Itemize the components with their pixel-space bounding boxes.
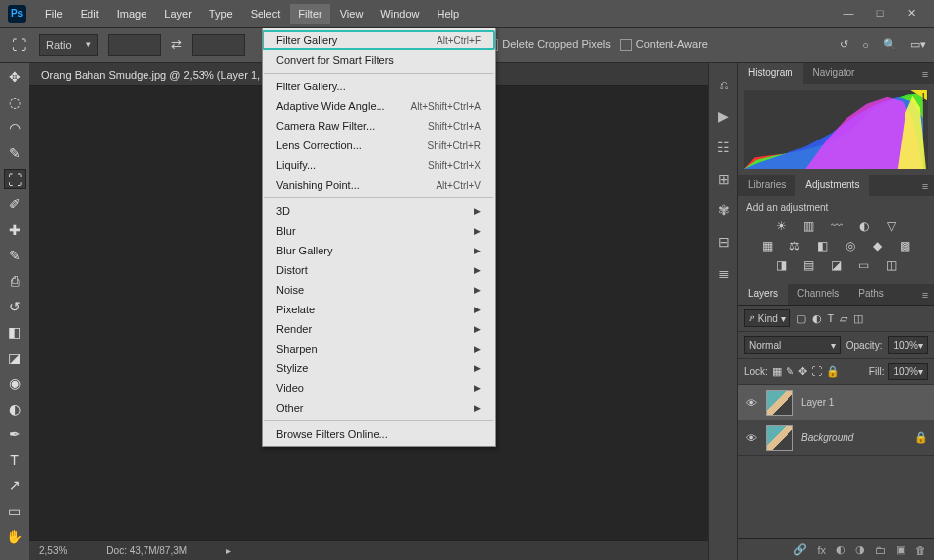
lock-trans-icon[interactable]: ▦ — [772, 365, 782, 378]
quickselect-tool-icon[interactable]: ✎ — [4, 143, 26, 163]
tab-channels[interactable]: Channels — [788, 284, 848, 305]
blend-mode-dropdown[interactable]: Normal▾ — [744, 336, 841, 354]
visibility-toggle-icon[interactable]: 👁 — [744, 397, 758, 409]
filter-smart-icon[interactable]: ◫ — [853, 312, 863, 325]
menu-item-submenu[interactable]: Other▶ — [263, 398, 495, 418]
menu-item[interactable]: Vanishing Point...Alt+Ctrl+V — [263, 175, 495, 195]
type-tool-icon[interactable]: T — [4, 450, 26, 470]
tab-navigator[interactable]: Navigator — [803, 63, 865, 84]
ratio-w-input[interactable] — [108, 34, 161, 56]
threshold-adjust-icon[interactable]: ◪ — [829, 258, 845, 272]
layer-mask-icon[interactable]: ◐ — [836, 543, 846, 556]
invert-adjust-icon[interactable]: ◨ — [774, 258, 789, 272]
bw-adjust-icon[interactable]: ◧ — [815, 239, 831, 252]
menu-item-submenu[interactable]: Render▶ — [263, 319, 495, 339]
lock-pixels-icon[interactable]: ✎ — [786, 365, 794, 378]
document-tab[interactable]: Orang Bahan Smudge.jpg @ 2,53% (Layer 1,… — [41, 69, 279, 81]
brush-tool-icon[interactable]: ✎ — [4, 246, 26, 265]
hand-tool-icon[interactable]: ✋ — [4, 527, 26, 546]
menu-item-convert-smart[interactable]: Convert for Smart Filters — [263, 50, 495, 70]
fill-input[interactable]: 100%▾ — [888, 363, 928, 380]
marquee-tool-icon[interactable]: ◌ — [4, 92, 26, 112]
healing-tool-icon[interactable]: ✚ — [4, 220, 26, 240]
visibility-toggle-icon[interactable]: 👁 — [744, 432, 758, 444]
tab-adjustments[interactable]: Adjustments — [795, 175, 869, 196]
delete-layer-icon[interactable]: 🗑 — [915, 544, 926, 556]
brushes-panel-icon[interactable]: ✾ — [718, 202, 730, 218]
tab-paths[interactable]: Paths — [848, 284, 894, 305]
layer-thumbnail[interactable] — [766, 390, 793, 416]
menu-window[interactable]: Window — [373, 4, 427, 24]
properties-panel-icon[interactable]: ☷ — [717, 140, 730, 155]
lock-all-icon[interactable]: 🔒 — [826, 365, 840, 378]
layer-thumbnail[interactable] — [766, 425, 793, 451]
gradient-tool-icon[interactable]: ◪ — [4, 348, 26, 367]
shape-tool-icon[interactable]: ▭ — [4, 501, 26, 521]
search-icon[interactable]: 🔍 — [883, 38, 897, 51]
menu-item[interactable]: Adaptive Wide Angle...Alt+Shift+Ctrl+A — [263, 96, 495, 116]
status-chevron-icon[interactable]: ▸ — [226, 545, 231, 556]
path-tool-icon[interactable]: ↗ — [4, 476, 26, 495]
commit-icon[interactable]: ○ — [862, 39, 869, 51]
menu-item-submenu[interactable]: 3D▶ — [263, 201, 495, 221]
eyedropper-tool-icon[interactable]: ✐ — [4, 195, 26, 214]
panel-menu-icon[interactable]: ≡ — [916, 63, 934, 84]
menu-file[interactable]: File — [37, 4, 71, 24]
posterize-adjust-icon[interactable]: ▤ — [801, 258, 817, 272]
menu-type[interactable]: Type — [202, 4, 241, 24]
dodge-tool-icon[interactable]: ◐ — [4, 399, 26, 419]
tab-layers[interactable]: Layers — [738, 284, 788, 305]
brightness-adjust-icon[interactable]: ☀ — [774, 219, 789, 233]
selectivecolor-adjust-icon[interactable]: ◫ — [884, 258, 900, 272]
crop-tool-icon[interactable]: ⛶ — [4, 169, 26, 189]
swatches-panel-icon[interactable]: ⊟ — [718, 234, 730, 250]
layer-fx-icon[interactable]: fx — [817, 544, 826, 556]
swap-icon[interactable]: ⇄ — [171, 37, 182, 52]
menu-image[interactable]: Image — [109, 4, 155, 24]
ratio-h-input[interactable] — [192, 34, 245, 56]
colorbal-adjust-icon[interactable]: ⚖ — [788, 239, 803, 252]
vibrance-adjust-icon[interactable]: ▽ — [884, 219, 900, 233]
menu-layer[interactable]: Layer — [156, 4, 200, 24]
close-button[interactable]: ✕ — [903, 7, 920, 20]
pen-tool-icon[interactable]: ✒ — [4, 424, 26, 444]
tab-histogram[interactable]: Histogram — [738, 63, 803, 84]
filter-pixel-icon[interactable]: ▢ — [796, 312, 806, 325]
paragraph-panel-icon[interactable]: ≣ — [718, 265, 730, 281]
filter-shape-icon[interactable]: ▱ — [840, 312, 847, 325]
menu-item[interactable]: Filter Gallery... — [263, 77, 495, 96]
filter-adjust-icon[interactable]: ◐ — [812, 312, 822, 325]
menu-filter[interactable]: Filter — [290, 4, 329, 24]
eraser-tool-icon[interactable]: ◧ — [4, 322, 26, 342]
menu-item-filter-gallery-last[interactable]: Filter Gallery Alt+Ctrl+F — [263, 30, 495, 50]
link-layers-icon[interactable]: 🔗 — [793, 543, 807, 556]
menu-item-browse-online[interactable]: Browse Filters Online... — [263, 424, 495, 444]
layer-kind-dropdown[interactable]: ዖ Kind ▾ — [744, 309, 790, 327]
stamp-tool-icon[interactable]: ⎙ — [4, 271, 26, 291]
photofilter-adjust-icon[interactable]: ◎ — [843, 239, 858, 252]
ratio-dropdown[interactable]: Ratio▾ — [39, 34, 98, 56]
layer-row[interactable]: 👁 Layer 1 — [738, 385, 934, 420]
menu-item[interactable]: Camera Raw Filter...Shift+Ctrl+A — [263, 116, 495, 136]
colorlookup-adjust-icon[interactable]: ▩ — [898, 239, 913, 252]
hue-adjust-icon[interactable]: ▦ — [760, 239, 776, 252]
tab-libraries[interactable]: Libraries — [738, 175, 795, 196]
menu-item-submenu[interactable]: Blur▶ — [263, 221, 495, 241]
menu-item-submenu[interactable]: Distort▶ — [263, 260, 495, 280]
menu-item-submenu[interactable]: Video▶ — [263, 378, 495, 398]
delete-cropped-check[interactable]: Delete Cropped Pixels — [487, 38, 610, 51]
history-panel-icon[interactable]: ⎌ — [720, 77, 728, 92]
exposure-adjust-icon[interactable]: ◐ — [856, 219, 872, 233]
workspace-switcher-icon[interactable]: ▭▾ — [910, 38, 926, 51]
menu-select[interactable]: Select — [243, 4, 289, 24]
opacity-input[interactable]: 100%▾ — [888, 336, 928, 354]
levels-adjust-icon[interactable]: ▥ — [801, 219, 817, 233]
zoom-level[interactable]: 2,53% — [39, 545, 67, 556]
menu-item[interactable]: Liquify...Shift+Ctrl+X — [263, 155, 495, 175]
menu-item-submenu[interactable]: Blur Gallery▶ — [263, 241, 495, 260]
panel-menu-icon[interactable]: ≡ — [916, 175, 934, 196]
blur-tool-icon[interactable]: ◉ — [4, 373, 26, 393]
menu-item-submenu[interactable]: Pixelate▶ — [263, 300, 495, 319]
gradientmap-adjust-icon[interactable]: ▭ — [856, 258, 872, 272]
lock-position-icon[interactable]: ✥ — [798, 365, 807, 378]
